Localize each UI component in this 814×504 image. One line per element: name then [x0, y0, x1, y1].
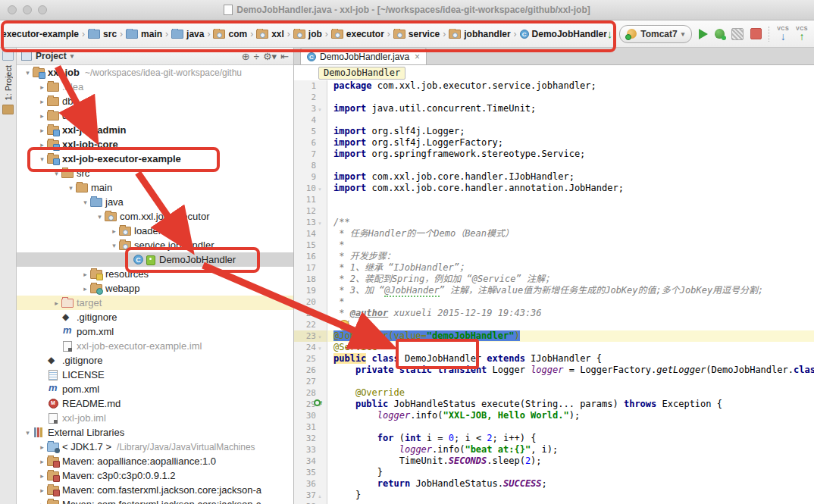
code-line-10[interactable]: 10▿import com.xxl.job.core.handler.annot…: [294, 183, 814, 194]
coverage-button[interactable]: [731, 28, 744, 40]
minimize-window-button[interactable]: [23, 5, 32, 14]
breadcrumb-item-executor[interactable]: executor: [331, 29, 384, 39]
code-line-18[interactable]: 18 * 2、装配到Spring，例如加 “@Service” 注解；: [294, 274, 814, 285]
tree-expand-icon[interactable]: ▾: [66, 184, 76, 192]
tree-row-readme-md[interactable]: README.md: [17, 396, 293, 411]
breadcrumb-item-demojobhandler[interactable]: CDemoJobHandler: [520, 29, 607, 39]
gutter-line-11[interactable]: 11: [294, 194, 327, 205]
gutter-line-14[interactable]: 14: [294, 228, 327, 239]
tree-row-xxl-job-core[interactable]: ▸xxl-job-core: [17, 137, 293, 152]
code-line-21[interactable]: 21 * @author xuxueli 2015-12-19 19:43:36: [294, 308, 814, 319]
tree-expand-icon[interactable]: ▸: [37, 443, 47, 451]
code-line-9[interactable]: 9import com.xxl.job.core.handler.IJobHan…: [294, 171, 814, 183]
gutter-line-2[interactable]: 2: [294, 92, 327, 103]
tree-row-resources[interactable]: ▸resources: [17, 267, 293, 281]
code-line-31[interactable]: 31: [294, 421, 814, 433]
gutter-line-31[interactable]: 31: [294, 421, 327, 433]
gutter-line-4[interactable]: 4: [294, 114, 327, 126]
run-configuration-select[interactable]: Tomcat7 ▾: [619, 25, 692, 43]
tree-expand-icon[interactable]: ▸: [37, 472, 47, 480]
code-line-1[interactable]: 1package com.xxl.job.executor.service.jo…: [294, 80, 814, 92]
project-panel-title[interactable]: Project ▾: [36, 51, 74, 61]
gutter-line-13[interactable]: 13▿: [294, 217, 327, 228]
tree-row-java[interactable]: ▾java: [17, 195, 293, 209]
breadcrumb-item-java[interactable]: java: [171, 29, 204, 39]
collapse-all-icon[interactable]: ÷: [254, 52, 259, 61]
gutter-line-34[interactable]: 34: [294, 455, 327, 467]
code-line-34[interactable]: 34 TimeUnit.SECONDS.sleep(2);: [294, 455, 814, 467]
vcs-update-button[interactable]: VCS ↓: [777, 26, 789, 42]
tree-row-xxl-job[interactable]: ▾xxl-job~/workspaces/idea-git-workspace/…: [17, 65, 293, 80]
gutter-line-38[interactable]: 38: [294, 501, 327, 504]
locate-icon[interactable]: ⊕: [242, 52, 250, 61]
code-line-29[interactable]: 29▿ public JobHandleStatus execute(Strin…: [294, 399, 814, 410]
gear-icon[interactable]: ⚙▾: [263, 52, 277, 61]
gutter-line-27[interactable]: 27: [294, 376, 327, 387]
gutter-line-18[interactable]: 18: [294, 274, 327, 285]
code-line-6[interactable]: 6import org.slf4j.LoggerFactory;: [294, 137, 814, 149]
vcs-commit-button[interactable]: VCS ↑: [796, 26, 808, 42]
hide-panel-icon[interactable]: ⇤: [280, 52, 289, 61]
tree-row-jdk1-7[interactable]: ▸< JDK1.7 >/Library/Java/JavaVirtualMach…: [17, 440, 293, 454]
gutter-line-21[interactable]: 21: [294, 308, 327, 319]
tree-row-maven-com-fasterxml-jackson-core-jackson-c[interactable]: ▸Maven: com.fasterxml.jackson.core:jacks…: [17, 497, 293, 504]
editor-tab-demojobhandler[interactable]: C DemoJobHandler.java ×: [300, 48, 427, 64]
code-line-17[interactable]: 17 * 1、继承 “IJobHandler”；: [294, 262, 814, 274]
gutter-line-36[interactable]: 36: [294, 478, 327, 490]
tree-expand-icon[interactable]: ▸: [37, 487, 47, 494]
navigate-down-icon[interactable]: ↓: [607, 28, 613, 39]
gutter-line-10[interactable]: 10▿: [294, 183, 327, 194]
tree-row-pom-xml[interactable]: pom.xml: [17, 324, 293, 339]
tree-row-maven-com-fasterxml-jackson-core-jackson-a[interactable]: ▸Maven: com.fasterxml.jackson.core:jacks…: [17, 483, 293, 497]
code-line-30[interactable]: 30 logger.info("XXL-JOB, Hello World.");: [294, 410, 814, 421]
gutter-line-32[interactable]: 32: [294, 433, 327, 444]
tree-expand-icon[interactable]: ▸: [37, 112, 47, 120]
gutter-line-12[interactable]: 12: [294, 205, 327, 217]
tree-row-com-xxl-job-executor[interactable]: ▾com.xxl.job.executor: [17, 209, 293, 224]
gutter-line-20[interactable]: 20: [294, 296, 327, 308]
code-line-13[interactable]: 13▿/**: [294, 217, 814, 228]
breadcrumb-item-job[interactable]: job: [293, 29, 322, 39]
tree-expand-icon[interactable]: ▸: [37, 83, 47, 91]
code-line-23[interactable]: 23▿@JobHander(value="demoJobHandler"): [294, 330, 814, 342]
breadcrumb-item-jobhandler[interactable]: jobhandler: [449, 29, 510, 39]
code-line-8[interactable]: 8: [294, 160, 814, 171]
code-line-37[interactable]: 37▵ }: [294, 490, 814, 501]
tool-window-tab-project[interactable]: 1: Project: [4, 65, 13, 100]
tree-row-xxl-job-iml[interactable]: xxl-job.iml: [17, 411, 293, 425]
debug-button[interactable]: [715, 29, 725, 39]
tree-expand-icon[interactable]: ▸: [109, 227, 119, 235]
tree-row-service-jobhandler[interactable]: ▾service.jobhandler: [17, 238, 293, 252]
tree-row-gitignore[interactable]: .gitignore: [17, 310, 293, 324]
tree-row-main[interactable]: ▾main: [17, 180, 293, 195]
code-line-25[interactable]: 25public class DemoJobHandler extends IJ…: [294, 353, 814, 365]
tree-row-xxl-job-admin[interactable]: ▸xxl-job-admin: [17, 123, 293, 137]
gutter-line-26[interactable]: 26: [294, 365, 327, 376]
tree-expand-icon[interactable]: ▾: [95, 213, 105, 221]
tree-expand-icon[interactable]: ▸: [52, 299, 61, 307]
breadcrumb-item-src[interactable]: src: [88, 29, 117, 39]
code-line-11[interactable]: 11: [294, 194, 814, 205]
override-method-icon[interactable]: [314, 399, 321, 406]
breadcrumb-item-service[interactable]: service: [393, 29, 440, 39]
gutter-line-16[interactable]: 16: [294, 251, 327, 262]
gutter-line-37[interactable]: 37▵: [294, 490, 327, 501]
gutter-line-3[interactable]: 3▿: [294, 103, 327, 114]
code-line-28[interactable]: 28 @Override: [294, 387, 814, 399]
gutter-line-29[interactable]: 29▿: [294, 399, 327, 410]
tree-row-idea[interactable]: ▸.idea: [17, 80, 293, 94]
tree-row-src[interactable]: ▾src: [17, 166, 293, 180]
gutter-line-6[interactable]: 6: [294, 137, 327, 149]
gutter-line-35[interactable]: 35: [294, 467, 327, 478]
code-line-7[interactable]: 7import org.springframework.stereotype.S…: [294, 149, 814, 160]
code-line-2[interactable]: 2: [294, 92, 814, 103]
code-line-4[interactable]: 4: [294, 114, 814, 126]
code-line-35[interactable]: 35 }: [294, 467, 814, 478]
gutter-line-33[interactable]: 33: [294, 444, 327, 455]
gutter-line-1[interactable]: 1: [294, 80, 327, 92]
breadcrumb-item-com[interactable]: com: [213, 29, 247, 39]
tree-expand-icon[interactable]: ▸: [37, 458, 47, 465]
tree-row-xxl-job-executor-example[interactable]: ▾xxl-job-executor-example: [17, 152, 293, 166]
tree-expand-icon[interactable]: ▸: [37, 501, 47, 504]
tree-expand-icon[interactable]: ▾: [80, 199, 90, 206]
